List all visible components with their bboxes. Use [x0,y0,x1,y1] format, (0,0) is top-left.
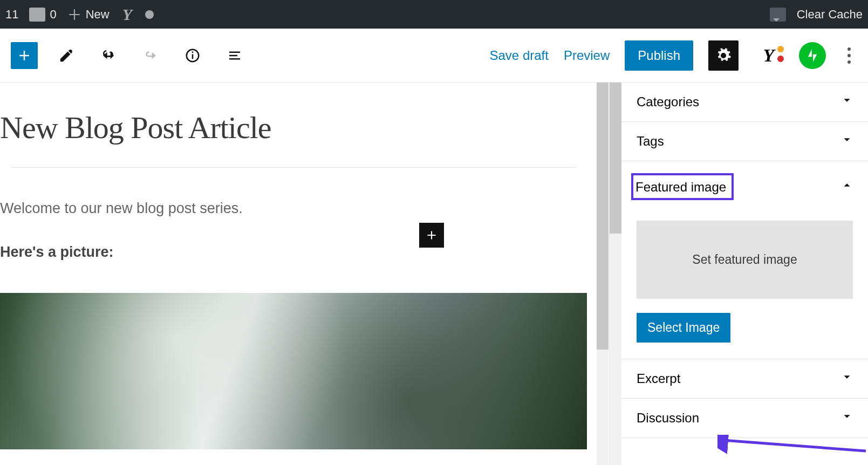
panel-toggle-tags[interactable]: Tags [621,122,868,161]
panel-toggle-discussion[interactable]: Discussion [621,399,868,437]
panel-excerpt: Excerpt [621,359,868,399]
settings-button[interactable] [708,40,739,71]
dot-icon [145,10,154,19]
publish-button[interactable]: Publish [625,40,693,71]
panel-toggle-categories[interactable]: Categories [621,83,868,121]
status-dot[interactable] [145,10,154,19]
title-divider [11,167,576,168]
editor-scrollbar[interactable] [597,83,609,465]
list-icon [227,47,243,64]
panel-title: Discussion [637,411,699,426]
preview-button[interactable]: Preview [564,48,610,63]
jetpack-button[interactable] [799,42,826,69]
outline-button[interactable] [221,42,248,69]
clear-cache-label: Clear Cache [797,8,863,22]
edit-mode-button[interactable] [53,42,80,69]
heading-block[interactable]: Here's a picture: [0,244,587,261]
chevron-up-icon [841,179,853,194]
dot-icon [848,47,851,51]
chevron-down-icon [841,94,853,110]
redo-button[interactable] [137,42,164,69]
more-options-button[interactable] [841,47,857,64]
updates-value: 11 [5,8,18,22]
comment-icon [29,8,45,22]
editor-main: New Blog Post Article Welcome to our new… [0,83,868,465]
svg-rect-1 [192,54,194,59]
gear-icon [715,47,732,64]
panel-discussion: Discussion [621,399,868,438]
chevron-down-icon [841,411,853,426]
block-inserter-button[interactable] [11,42,38,69]
yoast-dot-orange-icon [777,46,784,52]
comments-value: 0 [50,8,56,22]
yoast-adminbar[interactable]: Y [120,5,134,24]
pencil-icon [58,47,74,64]
panel-title: Excerpt [637,371,680,386]
comments-link[interactable]: 0 [29,8,56,22]
new-label: New [86,8,110,22]
panel-title: Tags [637,134,664,149]
scrollbar-thumb[interactable] [610,83,621,234]
cache-square-icon [770,8,786,22]
info-icon [184,47,201,64]
image-block[interactable] [0,293,587,449]
info-button[interactable] [179,42,206,69]
cache-icon[interactable] [770,8,786,22]
yoast-y-icon: Y [763,45,775,66]
chevron-down-icon [841,134,853,149]
paragraph-block[interactable]: Welcome to our new blog post series. [0,200,587,217]
dot-icon [848,60,851,64]
new-content-link[interactable]: New [67,8,110,22]
panel-title: Categories [637,94,699,110]
yoast-icon: Y [120,5,134,24]
editor-header: Save draft Preview Publish Y [0,29,868,83]
redo-icon [142,47,159,64]
panel-toggle-featured[interactable]: Featured image [621,161,868,212]
panel-featured-image: Featured image Set featured image Select… [621,161,868,359]
panel-toggle-excerpt[interactable]: Excerpt [621,359,868,398]
yoast-panel-button[interactable]: Y [754,40,784,71]
save-draft-button[interactable]: Save draft [490,48,549,63]
block-appender-button[interactable] [419,223,444,248]
panel-categories: Categories [621,83,868,122]
svg-rect-2 [192,51,194,53]
clear-cache-link[interactable]: Clear Cache [797,8,863,22]
set-featured-label: Set featured image [692,252,797,267]
admin-bar: 11 0 New Y Clear Cache [0,0,868,29]
featured-highlight: Featured image [631,173,734,200]
dot-icon [848,54,851,57]
annotation-arrow-icon [717,435,868,462]
scrollbar-thumb[interactable] [597,83,609,350]
set-featured-image-button[interactable]: Set featured image [637,221,853,299]
plus-icon [16,47,32,64]
plus-icon [67,8,81,22]
sidebar-scrollbar[interactable] [610,83,621,465]
panel-tags: Tags [621,122,868,161]
updates-count[interactable]: 11 [5,8,18,22]
undo-button[interactable] [95,42,122,69]
plus-icon [425,228,439,242]
post-title-input[interactable]: New Blog Post Article [0,93,587,167]
settings-sidebar: Categories Tags Featured image [609,83,868,465]
jetpack-icon [805,48,820,63]
select-image-button[interactable]: Select Image [637,313,730,343]
chevron-down-icon [841,371,853,386]
yoast-dot-red-icon [777,56,784,62]
panel-title: Featured image [635,180,726,194]
svg-line-3 [723,440,866,451]
editor-canvas[interactable]: New Blog Post Article Welcome to our new… [0,83,609,465]
